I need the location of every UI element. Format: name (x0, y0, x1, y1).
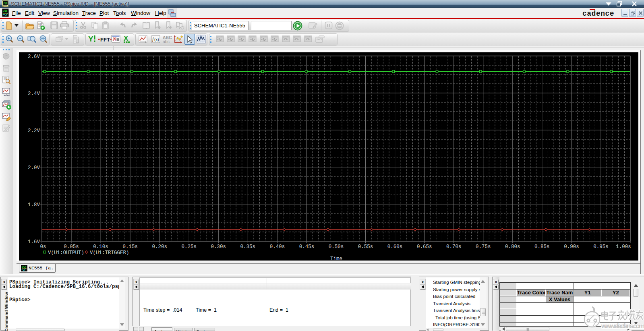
svg-text:0.65s: 0.65s (417, 244, 432, 250)
svg-text:0.75s: 0.75s (476, 244, 491, 250)
svg-text:0.05s: 0.05s (64, 244, 79, 250)
svg-text:2.2V: 2.2V (28, 128, 40, 134)
svg-text:2.4V: 2.4V (28, 91, 40, 97)
svg-text:0.70s: 0.70s (446, 244, 462, 250)
svg-text:0s: 0s (40, 244, 46, 250)
svg-text:0.30s: 0.30s (211, 244, 226, 250)
svg-text:2.6V: 2.6V (28, 54, 40, 60)
svg-text:0.25s: 0.25s (181, 244, 197, 250)
svg-text:1.6V: 1.6V (28, 239, 40, 245)
svg-text:0.20s: 0.20s (152, 244, 167, 250)
svg-text:(x): (x) (154, 37, 159, 42)
svg-text:N: N (112, 36, 117, 42)
svg-text:1.8V: 1.8V (28, 202, 40, 208)
svg-text:FFT: FFT (100, 37, 110, 43)
svg-text:0.40s: 0.40s (270, 244, 285, 250)
svg-text:V(U1:OUTPUT): V(U1:OUTPUT) (48, 250, 84, 256)
svg-text:Time: Time (330, 256, 342, 261)
svg-text:0.85s: 0.85s (534, 244, 550, 250)
svg-text:0.90s: 0.90s (564, 244, 579, 250)
svg-text:0.35s: 0.35s (240, 244, 256, 250)
svg-text:X: X (124, 35, 128, 42)
svg-text:V(U1:TRIGGER): V(U1:TRIGGER) (90, 250, 129, 256)
svg-text:abc: abc (163, 39, 170, 44)
svg-text:0.45s: 0.45s (299, 244, 315, 250)
svg-text:0.55s: 0.55s (358, 244, 373, 250)
svg-text:1.00s: 1.00s (616, 244, 631, 250)
svg-text:0.50s: 0.50s (329, 244, 344, 250)
svg-text:0.15s: 0.15s (122, 244, 138, 250)
svg-text:www.elecfans.com: www.elecfans.com (601, 322, 644, 330)
svg-text:0.95s: 0.95s (593, 244, 609, 250)
svg-text:Y: Y (88, 35, 93, 43)
svg-text:0.60s: 0.60s (387, 244, 403, 250)
svg-text:0.10s: 0.10s (93, 244, 108, 250)
svg-text:2.0V: 2.0V (28, 165, 40, 171)
svg-text:0.80s: 0.80s (505, 244, 520, 250)
